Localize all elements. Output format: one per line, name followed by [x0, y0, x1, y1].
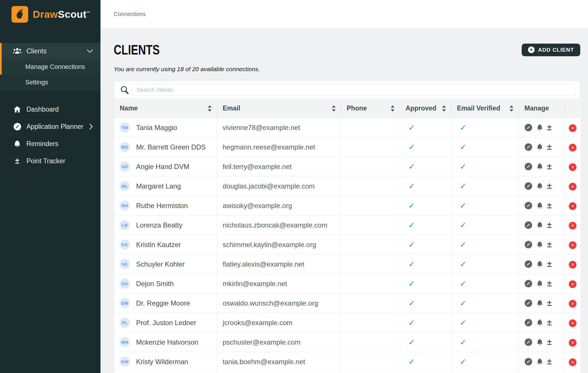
delete-client-button[interactable]: ✕	[569, 241, 577, 249]
client-phone	[341, 333, 400, 352]
sidebar-item-label: Application Planner	[26, 123, 89, 131]
point-tracker-button[interactable]: ±	[547, 182, 552, 190]
client-name: Angie Hand DVM	[136, 163, 189, 171]
table-row-partial	[114, 372, 581, 373]
point-tracker-button[interactable]: ±	[547, 338, 552, 346]
sidebar-item-dashboard[interactable]: Dashboard	[0, 101, 100, 118]
client-email: nicholaus.zboncak@example.com	[217, 215, 341, 235]
point-tracker-button[interactable]: ±	[547, 143, 552, 151]
table-header-row: Name Email Phone Approved Email Verified…	[114, 99, 581, 118]
delete-client-button[interactable]: ✕	[569, 358, 577, 366]
delete-client-button[interactable]: ✕	[569, 163, 577, 171]
application-planner-button[interactable]	[525, 163, 532, 170]
point-tracker-button[interactable]: ±	[547, 279, 552, 288]
avatar: ML	[120, 181, 130, 191]
column-header-actions	[565, 99, 581, 118]
column-header-phone[interactable]: Phone	[341, 99, 400, 118]
application-planner-button[interactable]	[525, 358, 532, 366]
reminders-button[interactable]	[537, 202, 543, 209]
sidebar-item-application-planner[interactable]: Application Planner	[0, 118, 100, 135]
point-tracker-button[interactable]: ±	[547, 123, 552, 132]
avatar: KK	[120, 240, 130, 250]
sidebar-item-point-tracker[interactable]: ± Point Tracker	[0, 152, 100, 170]
delete-client-button[interactable]: ✕	[569, 300, 577, 308]
delete-client-button[interactable]: ✕	[569, 319, 577, 327]
client-email: jcrooks@example.com	[217, 313, 341, 333]
reminders-button[interactable]	[537, 182, 543, 190]
chevron-right-icon	[89, 123, 93, 130]
breadcrumb[interactable]: Connections	[114, 11, 146, 18]
application-planner-button[interactable]	[525, 280, 532, 287]
clients-nav-group: Clients Manage Connections Settings	[0, 43, 100, 90]
client-email: pschuster@example.com	[217, 333, 341, 352]
sort-icon	[442, 105, 446, 112]
application-planner-button[interactable]	[525, 124, 532, 131]
delete-client-button[interactable]: ✕	[569, 202, 577, 210]
application-planner-button[interactable]	[525, 338, 532, 346]
reminders-button[interactable]	[537, 300, 543, 307]
sidebar-item-clients[interactable]: Clients	[0, 43, 100, 59]
column-header-email[interactable]: Email	[217, 99, 341, 118]
delete-client-button[interactable]: ✕	[569, 183, 577, 191]
add-client-button[interactable]: + ADD CLIENT	[522, 44, 580, 56]
add-client-label: ADD CLIENT	[538, 47, 574, 53]
point-tracker-button[interactable]: ±	[547, 260, 552, 268]
delete-client-button[interactable]: ✕	[569, 124, 577, 132]
point-tracker-button[interactable]: ±	[547, 299, 552, 307]
application-planner-button[interactable]	[525, 241, 532, 248]
reminders-button[interactable]	[537, 124, 543, 131]
clients-card: Name Email Phone Approved Email Verified…	[114, 81, 580, 373]
reminders-button[interactable]	[537, 319, 543, 326]
client-email: feil.terry@example.net	[217, 157, 341, 176]
reminders-button[interactable]	[537, 163, 543, 170]
point-tracker-button[interactable]: ±	[547, 318, 552, 327]
reminders-button[interactable]	[537, 280, 543, 287]
subitem-label: Manage Connections	[25, 63, 85, 71]
reminders-button[interactable]	[537, 261, 543, 268]
point-tracker-button[interactable]: ±	[547, 358, 552, 366]
verified-check-icon: ✓	[457, 299, 467, 308]
verified-check-icon: ✓	[457, 279, 467, 288]
approved-check-icon: ✓	[406, 201, 415, 210]
point-tracker-button[interactable]: ±	[547, 221, 552, 229]
client-email: awisoky@example.org	[217, 196, 341, 215]
avatar: DM	[120, 298, 130, 308]
delete-client-button[interactable]: ✕	[569, 222, 577, 230]
subitem-label: Settings	[25, 79, 48, 86]
sort-icon	[391, 105, 394, 112]
point-tracker-button[interactable]: ±	[547, 162, 552, 171]
brand-logo[interactable]: DrawScout™	[0, 0, 100, 29]
approved-check-icon: ✓	[406, 221, 415, 230]
application-planner-button[interactable]	[525, 143, 532, 151]
chevron-down-icon	[87, 49, 93, 53]
sidebar-item-settings[interactable]: Settings	[0, 75, 100, 90]
table-row: DM Dr. Reggie Moore oswaldo.wunsch@examp…	[114, 294, 581, 313]
point-tracker-button[interactable]: ±	[547, 240, 552, 249]
search-input[interactable]	[132, 84, 576, 96]
reminders-button[interactable]	[537, 222, 543, 229]
application-planner-button[interactable]	[525, 182, 532, 190]
reminders-button[interactable]	[537, 339, 543, 346]
verified-check-icon: ✓	[457, 123, 467, 132]
client-phone	[341, 235, 400, 255]
delete-client-button[interactable]: ✕	[569, 339, 577, 347]
reminders-button[interactable]	[537, 241, 543, 248]
delete-client-button[interactable]: ✕	[569, 280, 577, 288]
column-header-name[interactable]: Name	[114, 99, 217, 118]
column-header-email-verified[interactable]: Email Verified	[451, 99, 519, 118]
reminders-button[interactable]	[537, 358, 543, 365]
point-tracker-button[interactable]: ±	[547, 201, 552, 210]
sidebar-item-reminders[interactable]: Reminders	[0, 135, 100, 152]
reminders-button[interactable]	[537, 143, 543, 151]
column-header-approved[interactable]: Approved	[400, 99, 451, 118]
application-planner-button[interactable]	[525, 221, 532, 229]
delete-client-button[interactable]: ✕	[569, 144, 577, 151]
application-planner-button[interactable]	[525, 202, 532, 209]
application-planner-button[interactable]	[525, 299, 532, 307]
application-planner-button[interactable]	[525, 260, 532, 268]
sidebar-item-manage-connections[interactable]: Manage Connections	[0, 59, 100, 75]
application-planner-button[interactable]	[525, 319, 532, 327]
delete-client-button[interactable]: ✕	[569, 261, 577, 269]
approved-check-icon: ✓	[406, 240, 415, 249]
sidebar-item-label: Clients	[26, 47, 87, 55]
